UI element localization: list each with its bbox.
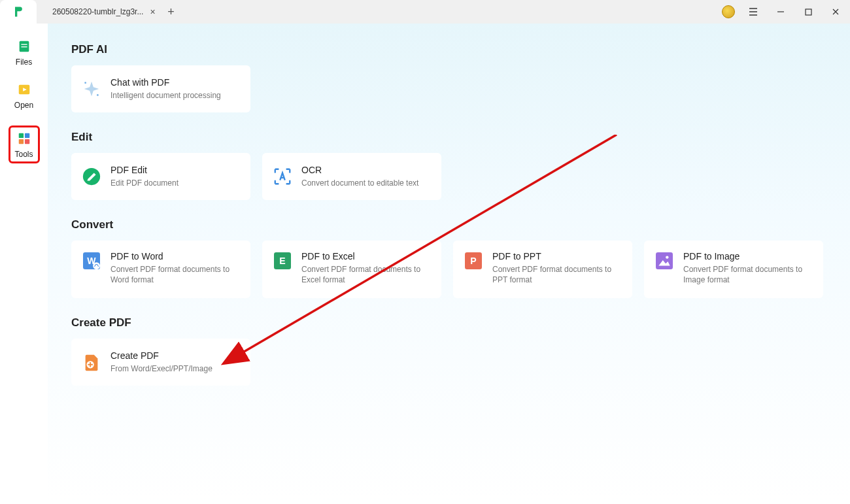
app-logo-icon: [12, 5, 25, 18]
svg-rect-9: [24, 139, 29, 144]
card-title: Create PDF: [110, 350, 212, 361]
svg-text:P: P: [470, 256, 476, 266]
card-desc: Convert PDF format documents to PPT form…: [492, 264, 622, 285]
section-title-pdf-ai: PDF AI: [71, 43, 826, 56]
section-title-edit: Edit: [71, 131, 826, 144]
card-title: PDF Edit: [110, 165, 178, 175]
sidebar-item-open[interactable]: Open: [8, 82, 40, 110]
section-title-create: Create PDF: [71, 316, 826, 329]
sidebar-item-tools[interactable]: Tools: [8, 126, 40, 163]
ppt-icon: P: [464, 251, 483, 271]
word-icon: W: [82, 251, 101, 271]
section-convert: Convert W PDF to Word Convert PDF format…: [71, 218, 826, 298]
create-pdf-icon: [82, 352, 101, 372]
card-chat-with-pdf[interactable]: Chat with PDF Intelligent document proce…: [71, 65, 250, 112]
card-pdf-to-ppt[interactable]: P PDF to PPT Convert PDF format document…: [453, 241, 632, 298]
svg-rect-8: [18, 139, 23, 144]
files-icon: [17, 39, 31, 54]
svg-rect-6: [18, 133, 23, 138]
card-title: PDF to Word: [110, 251, 240, 261]
tab-title: 260508220-tumblr_lzg3r...: [52, 7, 143, 16]
svg-rect-0: [806, 9, 811, 15]
svg-rect-2: [21, 44, 27, 44]
card-pdf-to-excel[interactable]: E PDF to Excel Convert PDF format docume…: [262, 241, 441, 298]
card-pdf-edit[interactable]: PDF Edit Edit PDF document: [71, 153, 250, 200]
section-pdf-ai: PDF AI Chat with PDF Intelligent documen…: [71, 43, 826, 112]
sidebar-label-open: Open: [14, 101, 33, 110]
card-desc: Convert PDF format documents to Excel fo…: [301, 264, 431, 285]
image-icon: [654, 251, 674, 271]
excel-icon: E: [273, 251, 292, 271]
section-create-pdf: Create PDF Create PDF From Word/Execl/PP…: [71, 316, 826, 386]
document-tab[interactable]: 260508220-tumblr_lzg3r... ×: [37, 0, 162, 24]
svg-point-22: [666, 256, 668, 258]
svg-rect-3: [21, 46, 27, 47]
minimize-icon: [777, 8, 785, 16]
sidebar: Files Open Tools: [0, 24, 48, 504]
profile-avatar[interactable]: [722, 5, 735, 18]
sidebar-label-files: Files: [16, 58, 32, 67]
svg-point-10: [84, 82, 86, 84]
open-icon: [17, 82, 31, 97]
close-tab-icon[interactable]: ×: [150, 7, 155, 17]
maximize-icon: [805, 8, 812, 16]
app-logo[interactable]: [0, 0, 37, 24]
card-title: PDF to PPT: [492, 251, 622, 261]
card-title: PDF to Image: [683, 251, 813, 261]
close-window-button[interactable]: [826, 3, 845, 21]
minimize-button[interactable]: [772, 3, 790, 21]
hamburger-icon: [748, 7, 758, 17]
card-title: Chat with PDF: [110, 77, 221, 88]
card-desc: Edit PDF document: [110, 178, 178, 188]
close-icon: [832, 8, 840, 16]
section-title-convert: Convert: [71, 218, 826, 231]
pdf-edit-icon: [82, 167, 101, 186]
card-title: PDF to Excel: [301, 251, 431, 261]
svg-rect-20: [656, 252, 673, 269]
section-edit: Edit PDF Edit Edit PDF document: [71, 131, 826, 200]
menu-button[interactable]: [744, 3, 762, 21]
card-desc: From Word/Execl/PPT/Image: [110, 363, 212, 374]
card-create-pdf[interactable]: Create PDF From Word/Execl/PPT/Image: [71, 339, 250, 386]
sidebar-label-tools: Tools: [14, 150, 33, 159]
card-title: OCR: [301, 165, 418, 175]
card-desc: Intelligent document processing: [110, 90, 221, 101]
card-pdf-to-image[interactable]: PDF to Image Convert PDF format document…: [644, 241, 823, 298]
new-tab-button[interactable]: +: [162, 5, 180, 19]
svg-point-15: [93, 262, 100, 269]
ai-sparkle-icon: [82, 79, 101, 99]
card-desc: Convert PDF format documents to Image fo…: [683, 264, 813, 285]
card-desc: Convert PDF format documents to Word for…: [110, 264, 240, 285]
svg-rect-7: [24, 133, 29, 138]
card-ocr[interactable]: OCR Convert document to editable text: [262, 153, 441, 200]
main-content: PDF AI Chat with PDF Intelligent documen…: [48, 24, 850, 504]
titlebar-right: [722, 3, 850, 21]
sidebar-item-files[interactable]: Files: [8, 39, 40, 67]
svg-point-11: [97, 94, 99, 96]
svg-text:E: E: [279, 256, 285, 266]
ocr-icon: [273, 167, 292, 186]
card-desc: Convert document to editable text: [301, 178, 418, 188]
card-pdf-to-word[interactable]: W PDF to Word Convert PDF format documen…: [71, 241, 250, 298]
tools-icon: [17, 131, 31, 146]
maximize-button[interactable]: [799, 3, 817, 21]
titlebar: 260508220-tumblr_lzg3r... × +: [0, 0, 850, 24]
